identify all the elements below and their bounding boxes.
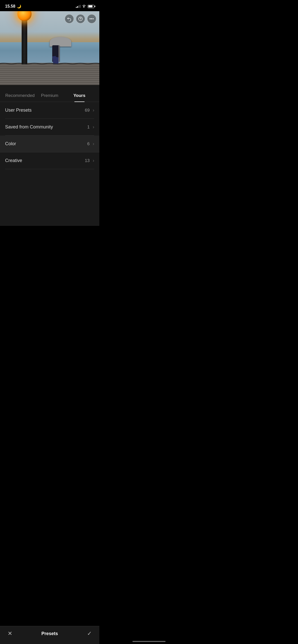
chevron-icon: › xyxy=(93,158,94,163)
svg-point-0 xyxy=(84,7,85,8)
chevron-icon: › xyxy=(93,124,94,130)
photo-controls: ••• xyxy=(65,14,96,23)
presets-list: User Presets 69 › Saved from Community 1… xyxy=(0,102,99,169)
list-item-user-presets[interactable]: User Presets 69 › xyxy=(5,102,94,119)
help-button[interactable] xyxy=(76,14,85,23)
photo-area: ••• xyxy=(0,11,99,85)
tab-yours[interactable]: Yours xyxy=(64,90,94,102)
tab-premium[interactable]: Premium xyxy=(35,90,65,102)
status-icons xyxy=(76,4,94,8)
signal-icon xyxy=(76,5,80,8)
wifi-icon xyxy=(82,4,86,8)
tab-recommended[interactable]: Recommended xyxy=(5,90,35,102)
status-bar: 15.58 🌙 xyxy=(0,0,99,11)
list-item-creative[interactable]: Creative 13 › xyxy=(5,152,94,169)
chevron-icon: › xyxy=(93,141,94,147)
chevron-icon: › xyxy=(93,108,94,113)
more-options-button[interactable]: ••• xyxy=(87,14,96,23)
list-item-color[interactable]: Color 6 › xyxy=(0,136,99,152)
tab-bar: Recommended Premium Yours xyxy=(0,85,99,102)
battery-icon xyxy=(88,5,94,8)
moon-icon: 🌙 xyxy=(17,4,21,8)
list-item-saved-community[interactable]: Saved from Community 1 › xyxy=(5,119,94,136)
bottom-panel: Recommended Premium Yours User Presets 6… xyxy=(0,85,99,226)
status-time: 15.58 xyxy=(5,4,15,9)
undo-button[interactable] xyxy=(65,14,74,23)
